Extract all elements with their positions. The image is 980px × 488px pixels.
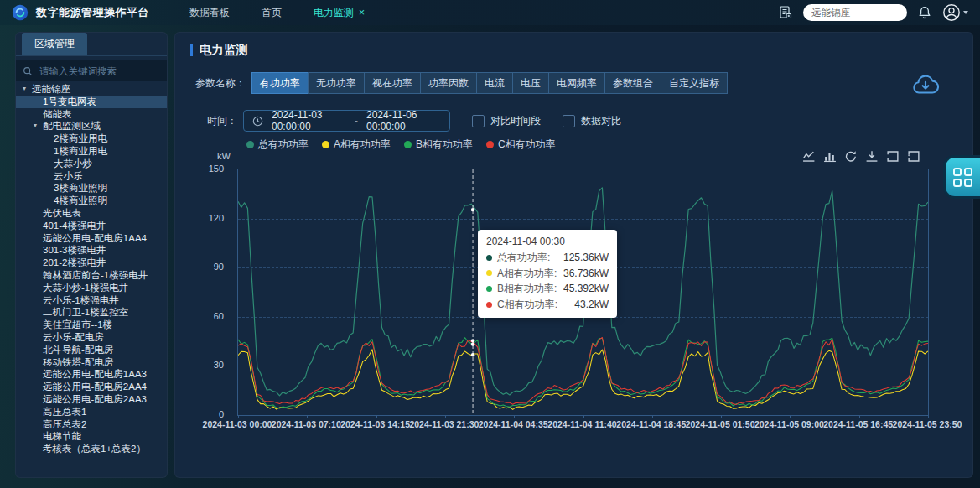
switch-bar-chart-icon[interactable] [823,150,837,163]
tree-item[interactable]: 201-2楼强电井 [16,257,167,269]
tree-item[interactable]: 云小乐-配电房 [16,331,167,344]
tree-item[interactable]: 301-3楼强电井 [16,244,167,257]
legend-item[interactable]: C相有功功率 [486,138,556,152]
zoom-reset-icon[interactable] [907,150,920,163]
tree-item[interactable]: 2楼商业用电 [16,132,167,145]
tree-item-label: 远能公用电-配电房1AA3 [43,368,147,381]
title-accent-bar [190,44,193,56]
tree-item-label: 美佳宜超市--1楼 [43,319,112,331]
compare-period-checkbox[interactable]: 对比时间段 [472,114,541,128]
tree-item[interactable]: 移动铁塔-配电房 [16,356,167,369]
tree-item[interactable]: 储能表 [16,108,167,121]
tree-item[interactable]: 二机门卫-1楼监控室 [16,306,167,319]
sidebar-search [16,60,167,81]
clock-icon [252,116,263,127]
user-avatar[interactable] [942,3,968,22]
tree-item[interactable]: 云小乐-1楼强电井 [16,294,167,307]
report-export-icon[interactable] [778,5,793,20]
data-compare-checkbox[interactable]: 数据对比 [563,114,621,128]
param-button[interactable]: 电网频率 [548,72,605,94]
y-axis-tick-label: 90 [175,262,231,272]
sidebar-region-panel: 区域管理 ▾远能锦座1号变电网表储能表▾配电监测区域2楼商业用电1楼商业用电大蒜… [15,32,168,478]
tree-caret-icon[interactable]: ▾ [34,120,43,132]
x-axis-tick [790,415,791,418]
apps-grid-icon [953,168,972,187]
time-range-picker[interactable]: 2024-11-03 00:00:00 - 2024-11-06 00:00:0… [243,110,450,132]
param-button[interactable]: 参数组合 [604,72,661,94]
save-image-icon[interactable] [865,150,879,163]
tree-item[interactable]: 高压总表1 [16,406,167,418]
site-search-input[interactable] [803,4,907,21]
nav-tab-1[interactable]: 数据看板 [189,6,230,20]
tree-item[interactable]: 3楼商业照明 [16,182,167,195]
tab-region-management[interactable]: 区域管理 [22,33,87,55]
tree-item-label: 远能公用电-配电房2AA3 [43,393,147,406]
legend-item[interactable]: 总有功功率 [246,138,309,152]
x-axis-tick [376,415,377,418]
param-button[interactable]: 电压 [512,72,549,94]
bell-icon[interactable] [917,5,932,20]
tree-item[interactable]: 远能公用电-配电房2AA3 [16,393,167,406]
tree-item[interactable]: 光伏电表 [16,207,167,220]
tree-item[interactable]: 高压总表2 [16,418,167,431]
param-button[interactable]: 电流 [476,72,513,94]
param-button[interactable]: 无功功率 [308,72,365,94]
nav-tab-label: 电力监测 [314,6,354,20]
tree-item[interactable]: 大蒜小炒 [16,158,167,170]
y-axis-tick-label: 150 [175,164,231,174]
tooltip-title: 2024-11-04 00:30 [486,236,609,247]
legend-dot-icon [322,141,329,148]
time-separator: - [355,115,358,127]
tree-item[interactable]: ▾远能锦座 [16,83,167,96]
x-axis-tick [583,415,584,418]
time-label: 时间： [207,114,237,128]
tree-item[interactable]: ▾配电监测区域 [16,120,167,132]
sidebar-search-input[interactable] [38,65,168,77]
tree-item[interactable]: 北斗导航-配电房 [16,344,167,356]
nav-tab-3[interactable]: 电力监测× [314,6,365,20]
floating-apps-button[interactable] [943,155,980,199]
data-zoom-icon[interactable] [886,150,900,163]
tree-item-label: 翰林酒店前台-1楼强电井 [43,269,148,282]
hover-point [471,208,474,211]
tree-caret-icon[interactable]: ▾ [23,83,32,96]
tree-item[interactable]: 美佳宜超市--1楼 [16,319,167,331]
chart-plot-area[interactable]: 2024-11-04 00:30 总有功功率:125.36kWA相有功功率:36… [237,169,929,416]
param-button[interactable]: 视在功率 [364,72,421,94]
app-title: 数字能源管理操作平台 [36,5,149,20]
cloud-download-icon[interactable] [910,73,941,98]
param-button[interactable]: 有功功率 [251,72,309,94]
tab-close-icon[interactable]: × [359,8,365,18]
tooltip-series-value: 125.36kW [563,250,609,266]
legend-dot-icon [486,141,494,148]
tooltip-row: B相有功功率:45.392kW [486,281,609,297]
restore-icon[interactable] [844,150,858,163]
page-title-row: 电力监测 [190,43,248,58]
tree-item[interactable]: 401-4楼强电井 [16,220,167,232]
tooltip-series-dot [486,270,492,276]
tree-item[interactable]: 考核表（总表1+总表2） [16,443,167,455]
search-icon [23,66,33,76]
tree-item[interactable]: 远能公用电-配电房1AA3 [16,368,167,381]
tree-item[interactable]: 大蒜小炒-1楼强电井 [16,282,167,294]
legend-item[interactable]: B相有功功率 [404,138,473,152]
y-axis-tick-label: 30 [175,360,231,370]
tree-item[interactable]: 1楼商业用电 [16,145,167,158]
tree-item[interactable]: 翰林酒店前台-1楼强电井 [16,269,167,282]
switch-line-chart-icon[interactable] [802,150,816,163]
param-button[interactable]: 自定义指标 [661,72,728,94]
tree-item[interactable]: 远能公用电-配电房2AA4 [16,381,167,393]
region-tree: ▾远能锦座1号变电网表储能表▾配电监测区域2楼商业用电1楼商业用电大蒜小炒云小乐… [16,83,167,474]
param-button[interactable]: 功率因数 [420,72,477,94]
legend-label: C相有功功率 [498,138,556,152]
tree-item[interactable]: 云小乐 [16,170,167,183]
hover-point [471,353,474,356]
tree-item[interactable]: 1号变电网表 [16,96,167,108]
legend-item[interactable]: A相有功功率 [322,138,391,152]
tooltip-row: C相有功功率:43.2kW [486,297,609,313]
tree-item[interactable]: 远能公用电-配电房1AA4 [16,232,167,245]
sidebar-tab-bar: 区域管理 [16,33,167,56]
tree-item[interactable]: 4楼商业照明 [16,195,167,207]
tree-item[interactable]: 电梯节能 [16,430,167,443]
nav-tab-2[interactable]: 首页 [262,6,282,20]
